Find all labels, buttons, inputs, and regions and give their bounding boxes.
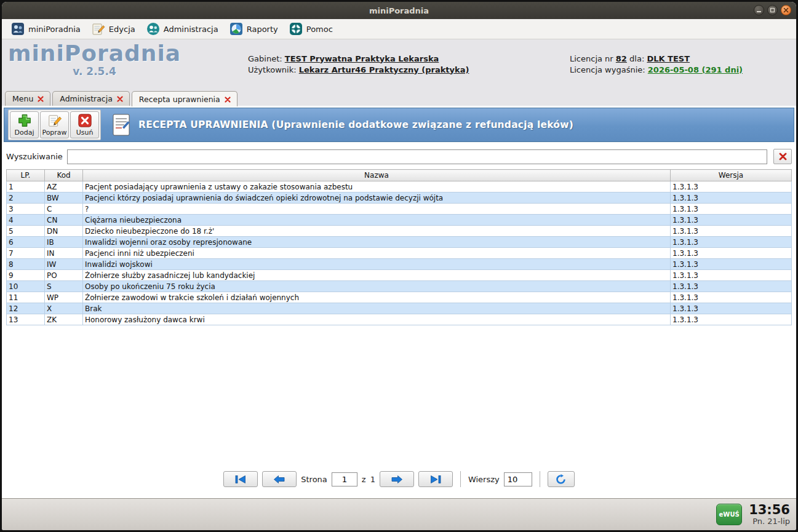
table-row[interactable]: 3 C ? 1.3.1.3 [7, 204, 792, 215]
cell-nazwa: Osoby po ukończeniu 75 roku życia [83, 281, 671, 292]
user-value: Lekarz Artur46 Praktyczny (praktyka) [299, 65, 469, 74]
tab-close-icon[interactable] [38, 96, 44, 102]
page-input[interactable] [332, 472, 357, 486]
cell-kod: IW [45, 259, 83, 270]
cell-nazwa: Ciężarna nieubezpieczona [83, 215, 671, 226]
add-button[interactable]: Dodaj [10, 111, 39, 138]
menu-item-raporty[interactable]: Raporty [224, 20, 284, 38]
table-row[interactable]: 4 CN Ciężarna nieubezpieczona 1.3.1.3 [7, 215, 792, 226]
cell-nazwa: Brak [83, 303, 671, 314]
maximize-icon [770, 7, 775, 13]
table-row[interactable]: 11 WP Żołnierze zawodowi w trakcie szkol… [7, 292, 792, 303]
cell-nazwa: Inwalidzi wojenni oraz osoby represjonow… [83, 237, 671, 248]
table-row[interactable]: 2 BW Pacjenci którzy posiadaj uprawnieni… [7, 193, 792, 204]
search-input[interactable] [67, 149, 767, 164]
edit-button[interactable]: Popraw [40, 111, 69, 138]
expiry-value: 2026-05-08 (291 dni) [648, 65, 743, 74]
cell-lp: 4 [7, 215, 45, 226]
cell-wersja: 1.3.1.3 [671, 215, 792, 226]
admin-users-icon [146, 22, 160, 36]
tab-administracja[interactable]: Administracja [52, 91, 130, 106]
expiry-line: Licencja wygaśnie: 2026-05-08 (291 dni) [570, 65, 789, 74]
pagination-separator [540, 471, 540, 487]
delete-button-label: Usuń [76, 129, 94, 137]
table-row[interactable]: 7 IN Pacjenci inni niż ubezpieczeni 1.3.… [7, 248, 792, 259]
header-nazwa: Nazwa [83, 170, 671, 181]
tab-menu[interactable]: Menu [5, 91, 50, 106]
table-row[interactable]: 9 PO Żołnierze służby zasadniczej lub ka… [7, 270, 792, 281]
next-page-button[interactable] [380, 471, 414, 487]
office-line: Gabinet: TEST Prywatna Praktyka Lekarska [248, 54, 570, 63]
tab-bar: Menu Administracja Recepta uprawnienia [2, 89, 796, 106]
user-label: Użytkownik: [248, 65, 297, 74]
cell-wersja: 1.3.1.3 [671, 292, 792, 303]
cell-lp: 11 [7, 292, 45, 303]
clear-search-button[interactable] [773, 149, 792, 164]
menu-item-administracja[interactable]: Administracja [141, 20, 224, 38]
pagination-separator [460, 471, 461, 487]
last-page-icon [430, 475, 441, 483]
table-row[interactable]: 8 IW Inwalidzi wojskowi 1.3.1.3 [7, 259, 792, 270]
maximize-button[interactable] [767, 5, 778, 15]
cell-lp: 8 [7, 259, 45, 270]
first-page-button[interactable] [223, 471, 258, 487]
cell-nazwa: Inwalidzi wojskowi [83, 259, 671, 270]
header-wersja: Wersja [671, 170, 792, 181]
prev-page-icon [274, 475, 285, 483]
cell-kod: S [45, 281, 83, 292]
menu-item-label: Edycja [109, 25, 135, 34]
tab-recepta-uprawnienia[interactable]: Recepta uprawnienia [132, 91, 237, 106]
cell-nazwa: Żołnierze zawodowi w trakcie szkoleń i d… [83, 292, 671, 303]
table-row[interactable]: 12 X Brak 1.3.1.3 [7, 303, 792, 314]
menu-item-edycja[interactable]: Edycja [86, 20, 141, 38]
table-row[interactable]: 5 DN Dziecko nieubezpieczone do 18 r.ż' … [7, 226, 792, 237]
table-row[interactable]: 13 ZK Honorowy zasłużony dawca krwi 1.3.… [7, 314, 792, 325]
menu-item-miniporadnia[interactable]: miniPoradnia [6, 20, 86, 38]
table-row[interactable]: 1 AZ Pacjent posiadający uprawnienia z u… [7, 181, 792, 193]
cell-wersja: 1.3.1.3 [671, 237, 792, 248]
empty-area [2, 325, 796, 471]
ewus-badge[interactable]: eWUŚ [716, 504, 742, 525]
close-button[interactable] [781, 5, 791, 15]
refresh-button[interactable] [548, 471, 575, 487]
clock-date: Pn. 21-lip [749, 517, 790, 526]
table-row[interactable]: 6 IB Inwalidzi wojenni oraz osoby repres… [7, 237, 792, 248]
cell-wersja: 1.3.1.3 [671, 314, 792, 325]
delete-button[interactable]: Usuń [70, 111, 99, 138]
tab-close-icon[interactable] [117, 96, 123, 102]
rows-label: Wierszy [468, 475, 500, 484]
cell-wersja: 1.3.1.3 [671, 303, 792, 314]
app-version: v. 2.5.4 [8, 65, 181, 77]
rows-per-page-input[interactable] [504, 472, 532, 486]
minimize-button[interactable] [754, 5, 764, 15]
prev-page-button[interactable] [262, 471, 297, 487]
tab-label: Administracja [60, 94, 113, 103]
app-name: miniPoradnia [8, 42, 181, 65]
cell-kod: WP [45, 292, 83, 303]
cell-nazwa: ? [83, 204, 671, 215]
refresh-icon [556, 474, 566, 485]
cell-wersja: 1.3.1.3 [671, 204, 792, 215]
menu-item-label: Raporty [247, 25, 278, 34]
cell-lp: 12 [7, 303, 45, 314]
permissions-table: LP. Kod Nazwa Wersja 1 AZ Pacjent posiad… [6, 169, 792, 325]
tab-label: Menu [12, 94, 33, 103]
cell-kod: BW [45, 193, 83, 204]
app-users-icon [11, 22, 25, 36]
delete-x-icon [78, 113, 92, 128]
help-icon [289, 22, 303, 36]
table-row[interactable]: 10 S Osoby po ukończeniu 75 roku życia 1… [7, 281, 792, 292]
tab-close-icon[interactable] [225, 97, 231, 103]
cell-kod: X [45, 303, 83, 314]
document-icon [112, 114, 130, 136]
cell-kod: IN [45, 248, 83, 259]
last-page-button[interactable] [418, 471, 453, 487]
cell-nazwa: Pacjenci inni niż ubezpieczeni [83, 248, 671, 259]
cell-nazwa: Pacjent posiadający uprawnienia z ustawy… [83, 181, 671, 193]
cell-lp: 9 [7, 270, 45, 281]
cell-lp: 3 [7, 204, 45, 215]
minimize-icon [756, 7, 762, 13]
cell-wersja: 1.3.1.3 [671, 193, 792, 204]
cell-nazwa: Żołnierze służby zasadniczej lub kandyda… [83, 270, 671, 281]
menu-item-pomoc[interactable]: Pomoc [284, 20, 338, 38]
